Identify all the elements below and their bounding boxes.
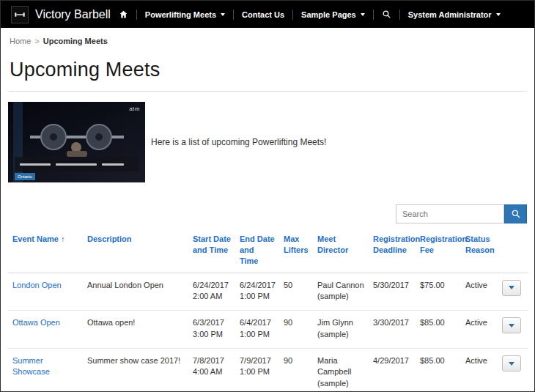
date: 6/24/2017 [193, 280, 231, 291]
breadcrumb-separator: > [34, 37, 39, 45]
table-row: London Open Annual London Open 6/24/2017… [8, 273, 528, 311]
chevron-down-icon [221, 13, 225, 16]
column-header-meet-director[interactable]: Meet Director [313, 229, 369, 273]
nav-powerlifting-meets[interactable]: Powerlifting Meets [137, 1, 233, 28]
event-name-link[interactable]: London Open [12, 281, 62, 289]
meet-director-cell: Paul Cannon (sample) [313, 273, 369, 311]
search-icon [382, 10, 391, 19]
time: 3:00 PM [193, 329, 231, 340]
date: 7/9/2017 [240, 355, 275, 366]
breadcrumb-current: Upcoming Meets [43, 37, 108, 45]
meet-director-cell: Jim Glynn (sample) [313, 311, 369, 349]
home-icon [119, 10, 128, 19]
video-thumbnail[interactable]: atm Ontario [8, 102, 145, 182]
breadcrumb-home-link[interactable]: Home [10, 37, 31, 45]
chevron-down-icon [361, 13, 365, 16]
search-input[interactable] [396, 204, 504, 223]
column-header-max-lifters[interactable]: Max Lifters [279, 229, 313, 273]
column-header-actions [498, 229, 528, 273]
nav-label: Powerlifting Meets [145, 10, 216, 19]
start-date-cell: 6/3/2017 3:00 PM [188, 311, 235, 349]
time: 2:00 AM [193, 291, 231, 302]
registration-deadline-cell: 5/30/2017 [369, 273, 416, 311]
time: 4:00 AM [193, 366, 231, 377]
video-region-badge: Ontario [15, 173, 35, 180]
barbell-logo-icon [14, 9, 26, 21]
chevron-down-icon [496, 13, 501, 16]
status-reason-cell: Active [461, 311, 498, 349]
brand-logo[interactable] [11, 6, 29, 23]
column-header-registration-fee[interactable]: Registration Fee [416, 229, 461, 273]
end-date-cell: 7/9/2017 1:00 PM [235, 349, 279, 392]
end-date-cell: 6/4/2017 1:00 PM [235, 311, 279, 349]
max-lifters-cell: 50 [279, 273, 313, 311]
max-lifters-cell: 90 [279, 349, 313, 392]
column-header-start-date[interactable]: Start Date and Time [188, 229, 235, 273]
event-name-link[interactable]: Summer Showcase [12, 356, 50, 376]
registration-deadline-cell: 4/29/2017 [369, 349, 416, 392]
time: 1:00 PM [240, 329, 275, 340]
sort-ascending-icon: ↑ [61, 234, 65, 243]
top-navbar: Victory Barbell Powerlifting Meets Conta… [1, 1, 534, 28]
intro-text: Here is a list of upcoming Powerlifting … [151, 137, 326, 147]
status-reason-cell: Active [461, 273, 498, 311]
page-title: Upcoming Meets [1, 47, 534, 91]
max-lifters-cell: 90 [279, 311, 313, 349]
description-cell: Summer show case 2017! [83, 349, 188, 392]
time: 1:00 PM [240, 366, 275, 377]
date: 6/4/2017 [240, 317, 275, 328]
description-cell: Ottawa open! [83, 311, 188, 349]
column-header-description[interactable]: Description [83, 229, 188, 273]
date: 7/8/2017 [193, 355, 231, 366]
registration-fee-cell: $85.00 [416, 349, 461, 392]
video-watermark: atm [129, 106, 140, 112]
page: Victory Barbell Powerlifting Meets Conta… [0, 0, 535, 392]
row-actions-dropdown-button[interactable] [502, 355, 521, 371]
registration-fee-cell: $85.00 [416, 311, 461, 349]
column-label: Event Name [12, 234, 59, 243]
nav-user-menu[interactable]: System Administrator [400, 1, 509, 28]
start-date-cell: 7/8/2017 4:00 AM [188, 349, 235, 392]
chevron-down-icon [509, 286, 514, 289]
registration-fee-cell: $75.00 [416, 273, 461, 311]
column-header-registration-deadline[interactable]: Registration Deadline [369, 229, 416, 273]
upcoming-meets-table: Event Name↑ Description Start Date and T… [8, 229, 528, 392]
nav-label: Contact Us [242, 10, 284, 19]
row-actions-dropdown-button[interactable] [502, 280, 521, 296]
table-header-row: Event Name↑ Description Start Date and T… [8, 229, 528, 273]
video-caption-bar [15, 157, 139, 171]
date: 6/24/2017 [240, 280, 275, 291]
brand-name[interactable]: Victory Barbell [35, 8, 111, 21]
column-header-event-name[interactable]: Event Name↑ [8, 229, 83, 273]
nav-label: System Administrator [408, 10, 492, 19]
status-reason-cell: Active [461, 349, 498, 392]
chevron-down-icon [509, 324, 514, 328]
start-date-cell: 6/24/2017 2:00 AM [188, 273, 235, 311]
column-header-status-reason[interactable]: Status Reason [461, 229, 498, 273]
nav-label: Sample Pages [301, 10, 356, 19]
title-divider [8, 91, 527, 92]
chevron-down-icon [509, 362, 514, 366]
nav-menu: Powerlifting Meets Contact Us Sample Pag… [111, 1, 509, 28]
caption-text-placeholder [56, 163, 97, 166]
table-row: Summer Showcase Summer show case 2017! 7… [8, 349, 528, 392]
description-cell: Annual London Open [83, 273, 188, 311]
date: 6/3/2017 [193, 317, 231, 328]
end-date-cell: 6/24/2017 1:00 PM [235, 273, 279, 311]
breadcrumb: Home>Upcoming Meets [1, 28, 534, 47]
intro-section: atm Ontario Here is a list of upcoming P… [8, 102, 527, 182]
registration-deadline-cell: 3/30/2017 [369, 311, 416, 349]
event-name-link[interactable]: Ottawa Open [12, 318, 60, 327]
search-button[interactable] [504, 204, 527, 223]
column-header-end-date[interactable]: End Date and Time [235, 229, 279, 273]
table-search [8, 204, 527, 223]
nav-contact-us[interactable]: Contact Us [234, 1, 292, 28]
time: 1:00 PM [240, 291, 275, 302]
nav-home[interactable] [111, 1, 136, 28]
caption-text-placeholder [20, 163, 51, 166]
row-actions-dropdown-button[interactable] [502, 317, 521, 333]
nav-sample-pages[interactable]: Sample Pages [293, 1, 373, 28]
search-icon [511, 209, 521, 219]
table-row: Ottawa Open Ottawa open! 6/3/2017 3:00 P… [8, 311, 528, 349]
nav-search[interactable] [374, 1, 399, 28]
